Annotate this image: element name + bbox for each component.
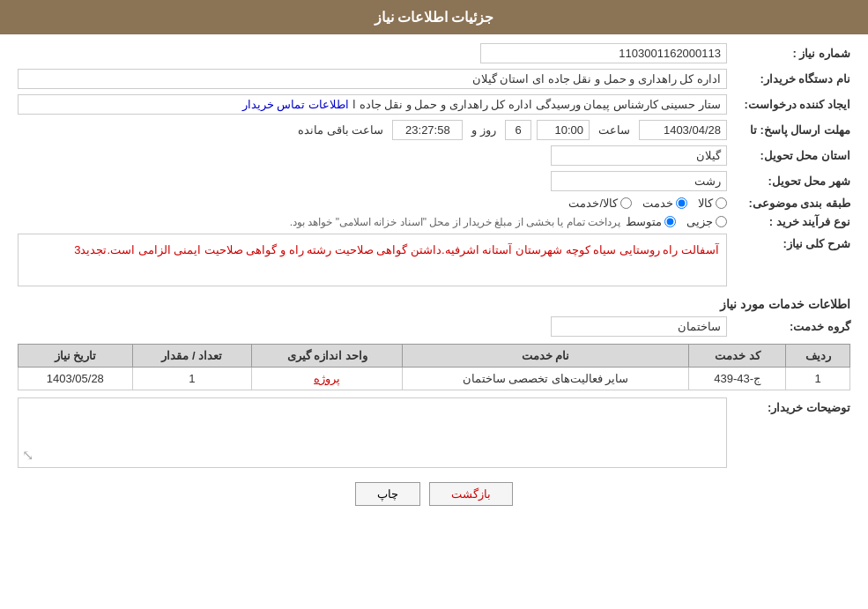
shomareNiaz-label: شماره نیاز :: [727, 47, 850, 60]
days-label: روز و: [471, 123, 496, 137]
radio-motevasset-item: متوسط: [626, 215, 676, 228]
ostanTahvil-label: استان محل تحویل:: [727, 149, 850, 162]
sharhKolli-value: آسفالت راه روستایی سیاه کوچه شهرستان آست…: [18, 234, 727, 286]
services-table: ردیف کد خدمت نام خدمت واحد اندازه گیری ت…: [18, 344, 850, 390]
back-button[interactable]: بازگشت: [429, 482, 513, 506]
ijadKonande-link[interactable]: اطلاعات تماس خریدار: [242, 98, 349, 111]
radio-motevasset-label: متوسط: [626, 215, 662, 228]
time-value: 10:00: [537, 120, 590, 140]
radio-kala-item: کالا: [698, 197, 727, 210]
tozihatKharidaar-value: ⤡: [18, 397, 727, 468]
ostanTahvil-value: گیلان: [551, 145, 727, 166]
radio-kala-label: کالا: [698, 197, 713, 210]
table-row: 1 ج-43-439 سایر فعالیت‌های تخصصی ساختمان…: [19, 368, 850, 390]
shahrTahvil-value: رشت: [551, 171, 727, 191]
countdown-value: 23:27:58: [392, 120, 463, 140]
resize-icon: ⤡: [22, 447, 33, 464]
cell-vahed: پروژه: [252, 368, 403, 390]
namDastgah-label: نام دستگاه خریدار:: [727, 72, 850, 85]
tabaqebandi-radio-group: کالا خدمت کالا/خدمت: [18, 197, 727, 210]
radio-kalaKhedmat-item: کالا/خدمت: [568, 197, 632, 210]
etelaatKhadamat-title: اطلاعات خدمات مورد نیاز: [18, 297, 850, 311]
shomareNiaz-value: 1103001162000113: [480, 43, 727, 63]
buttons-row: بازگشت چاپ: [18, 482, 850, 506]
col-namKhadamat: نام خدمت: [403, 345, 689, 368]
print-button[interactable]: چاپ: [355, 482, 420, 506]
ijadKonande-label: ایجاد کننده درخواست:: [727, 98, 850, 111]
radio-kala[interactable]: [716, 197, 727, 209]
radio-motevasset[interactable]: [664, 216, 676, 227]
ijadKonande-value: ستار حسینی کارشناس پیمان ورسیدگی اداره ک…: [352, 98, 721, 111]
mohlatErsalPasokh-label: مهلت ارسال پاسخ: تا: [727, 123, 850, 137]
sharhKolli-label: شرح کلی نیاز:: [727, 234, 850, 250]
time-label: ساعت: [598, 123, 630, 137]
days-value: 6: [505, 120, 531, 140]
namDastgah-value: اداره کل راهداری و حمل و نقل جاده ای است…: [18, 69, 727, 89]
tozihatKharidaar-label: توضیحات خریدار:: [727, 397, 850, 414]
cell-tedad: 1: [132, 368, 252, 390]
noeFarayandKharid-label: نوع فرآیند خرید :: [727, 215, 850, 228]
radio-jozi-item: جزیی: [686, 215, 727, 228]
cell-radif: 1: [786, 368, 850, 390]
groheKhadamat-label: گروه خدمت:: [727, 320, 850, 333]
col-tarikh: تاریخ نیاز: [19, 345, 133, 368]
services-table-container: ردیف کد خدمت نام خدمت واحد اندازه گیری ت…: [18, 344, 850, 390]
radio-jozi-label: جزیی: [686, 215, 713, 228]
page-title: جزئیات اطلاعات نیاز: [0, 0, 868, 34]
tabaqebandiMozoei-label: طبقه بندی موضوعی:: [727, 197, 850, 210]
col-tedad: تعداد / مقدار: [132, 345, 252, 368]
countdown-label: ساعت باقی مانده: [298, 123, 383, 137]
radio-kalaKhedmat[interactable]: [620, 197, 632, 209]
radio-khedmat-label: خدمت: [642, 197, 673, 210]
cell-namKhadamat: سایر فعالیت‌های تخصصی ساختمان: [403, 368, 689, 390]
col-radif: ردیف: [786, 345, 850, 368]
cell-tarikh: 1403/05/28: [19, 368, 133, 390]
farayand-radio-group: جزیی متوسط: [626, 215, 727, 228]
radio-jozi[interactable]: [716, 216, 727, 227]
col-vahed: واحد اندازه گیری: [252, 345, 403, 368]
groheKhadamat-value: ساختمان: [551, 316, 727, 337]
col-kodKhadamat: کد خدمت: [689, 345, 786, 368]
radio-khedmat[interactable]: [676, 197, 687, 209]
cell-kodKhadamat: ج-43-439: [689, 368, 786, 390]
farayand-note: پرداخت تمام یا بخشی از مبلغ خریدار از مح…: [290, 216, 620, 228]
radio-kalaKhedmat-label: کالا/خدمت: [568, 197, 618, 210]
shahrTahvil-label: شهر محل تحویل:: [727, 175, 850, 188]
date-value: 1403/04/28: [639, 120, 727, 140]
radio-khedmat-item: خدمت: [642, 197, 687, 210]
